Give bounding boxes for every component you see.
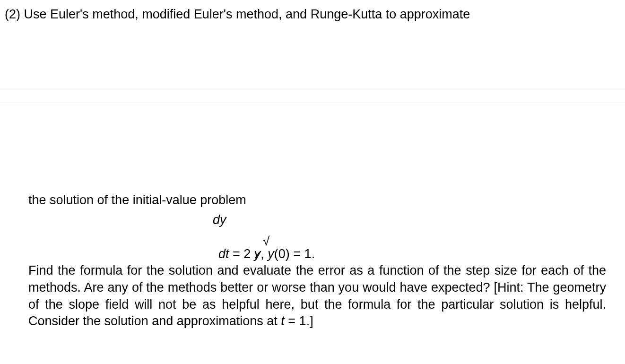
- page-divider: [0, 89, 625, 103]
- equation-ic: (0) = 1.: [274, 247, 315, 261]
- equation-eq: = 2: [229, 247, 254, 261]
- equation: dy √ dt = 2 y, y(0) = 1.: [28, 211, 606, 259]
- intro-text: the solution of the initial-value proble…: [28, 191, 606, 208]
- body-variable-t: t: [281, 314, 285, 328]
- equation-dt: dt: [218, 247, 229, 261]
- equation-comma: ,: [260, 247, 268, 261]
- problem-prompt: Use Euler's method, modified Euler's met…: [24, 7, 470, 21]
- equation-dy: dy: [213, 211, 226, 228]
- body-part-2: = 1.]: [285, 314, 313, 328]
- problem-number: (2): [5, 7, 20, 21]
- problem-body: the solution of the initial-value proble…: [28, 191, 606, 330]
- problem-header: (2) Use Euler's method, modified Euler's…: [0, 0, 625, 23]
- equation-y0: y: [268, 247, 274, 261]
- problem-body-text: Find the formula for the solution and ev…: [28, 262, 606, 330]
- equation-dt-row: dt = 2 y, y(0) = 1.: [218, 245, 315, 262]
- equation-y-struck: y: [254, 245, 261, 262]
- body-part-1: Find the formula for the solution and ev…: [28, 263, 606, 328]
